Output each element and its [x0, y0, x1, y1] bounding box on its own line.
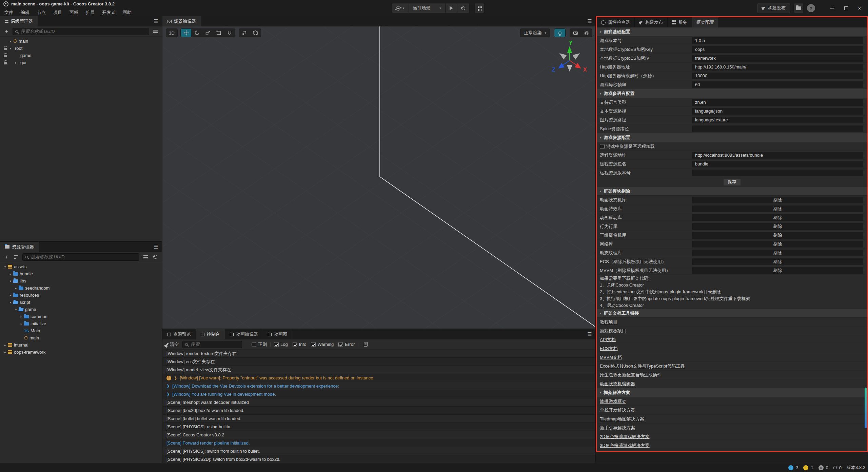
- close-button[interactable]: ×: [854, 3, 865, 13]
- chevron-right-icon[interactable]: ▸: [2, 343, 8, 347]
- filter-info-checkbox[interactable]: Info: [293, 342, 307, 347]
- log-row[interactable]: [Scene] [bullet]:bullet wasm lib loaded.: [162, 415, 595, 423]
- tab-属性检查器[interactable]: 属性检查器: [597, 17, 635, 27]
- chevron-right-icon[interactable]: ▸: [8, 294, 13, 297]
- hierarchy-filter-button[interactable]: [152, 28, 159, 35]
- log-row[interactable]: [Scene] meshopt wasm decoder initialized: [162, 398, 595, 407]
- assets-refresh-button[interactable]: [152, 253, 159, 261]
- chevron-down-icon[interactable]: ▾: [8, 40, 13, 43]
- trim-button[interactable]: 剔除: [692, 258, 863, 265]
- chevron-right-icon[interactable]: ▸: [19, 315, 24, 318]
- chevron-down-icon[interactable]: ▾: [2, 265, 8, 269]
- doc-link[interactable]: 动画状态机编辑器: [600, 381, 635, 387]
- field-input[interactable]: [692, 125, 863, 132]
- doc-link[interactable]: MVVM文档: [600, 354, 622, 360]
- move-tool-button[interactable]: [181, 29, 191, 37]
- chevron-right-icon[interactable]: ▸: [13, 287, 19, 290]
- console-clear-button[interactable]: 清空: [165, 341, 180, 348]
- scene-viewport[interactable]: Y X Z: [162, 26, 595, 329]
- field-input[interactable]: [692, 152, 863, 159]
- trim-button[interactable]: 剔除: [692, 267, 863, 274]
- log-row[interactable]: [Scene] [PHYSICS2D]: switch from box2d-w…: [162, 455, 595, 463]
- tab-资源预览[interactable]: 资源预览: [162, 329, 196, 339]
- tab-动画图[interactable]: 动画图: [263, 329, 292, 339]
- assets-filter-button[interactable]: [142, 253, 149, 261]
- bell-icon[interactable]: [833, 466, 837, 469]
- hierarchy-node[interactable]: ▾root: [0, 45, 162, 52]
- trim-button[interactable]: 剔除: [692, 250, 863, 256]
- menu-item[interactable]: 编辑: [17, 9, 33, 16]
- log-row[interactable]: ❯[Window] Download the Vue Devtools exte…: [162, 382, 595, 390]
- trim-button[interactable]: 剔除: [692, 241, 863, 248]
- trim-button[interactable]: 剔除: [692, 205, 863, 212]
- help-button[interactable]: ?: [807, 4, 815, 12]
- log-row[interactable]: [Window] ecs文件夹存在: [162, 358, 595, 366]
- scene-menu-button[interactable]: ☰: [584, 16, 595, 26]
- chevron-right-icon[interactable]: ❯: [166, 382, 170, 390]
- rect-tool-button[interactable]: [214, 29, 224, 37]
- doc-link[interactable]: 游戏模板项目: [600, 328, 626, 334]
- coordinate-toggle-button[interactable]: [250, 29, 260, 37]
- tab-scene-editor[interactable]: 场景编辑器: [162, 16, 201, 26]
- field-input[interactable]: [692, 55, 863, 62]
- doc-link[interactable]: Tiledmap地图解决方案: [600, 416, 644, 422]
- axis-gizmo[interactable]: Y X Z: [552, 40, 587, 73]
- doc-link[interactable]: 原生包热更新配置自动生成插件: [600, 372, 662, 378]
- scale-tool-button[interactable]: [203, 29, 213, 37]
- tab-服务[interactable]: 服务: [668, 17, 692, 27]
- preview-target-dropdown[interactable]: ▾: [392, 3, 409, 13]
- section-header[interactable]: ▾游戏多语言配置: [597, 89, 867, 98]
- asset-node[interactable]: ▾script: [0, 299, 162, 306]
- maximize-button[interactable]: [841, 3, 851, 13]
- create-node-button[interactable]: ＋: [3, 28, 10, 35]
- filter-error-checkbox[interactable]: Error: [338, 342, 355, 347]
- chevron-right-icon[interactable]: ▸: [19, 322, 24, 326]
- log-row[interactable]: [Scene] Cocos Creator v3.8.2: [162, 431, 595, 439]
- hierarchy-node[interactable]: ▸gui: [0, 59, 162, 66]
- chevron-right-icon[interactable]: ❯: [166, 390, 170, 398]
- field-input[interactable]: [692, 108, 863, 115]
- menu-item[interactable]: 节点: [33, 9, 50, 16]
- section-header[interactable]: ▾游戏资源配置: [597, 133, 867, 142]
- chevron-down-icon[interactable]: ▾: [8, 47, 13, 50]
- asset-node[interactable]: ▾assets: [0, 263, 162, 270]
- filter-log-checkbox[interactable]: Log: [274, 342, 288, 347]
- log-row[interactable]: [Scene] Forward render pipeline initiali…: [162, 439, 595, 447]
- log-row[interactable]: [Window] model_view文件夹存在: [162, 366, 595, 374]
- asset-node[interactable]: ▸common: [0, 313, 162, 320]
- asset-node[interactable]: ▸initialize: [0, 320, 162, 327]
- rotate-tool-button[interactable]: [192, 29, 202, 37]
- chevron-down-icon[interactable]: ▾: [13, 308, 19, 311]
- section-header[interactable]: ▾框架解决方案: [597, 388, 867, 397]
- menu-item[interactable]: 文件: [1, 9, 17, 16]
- hierarchy-node[interactable]: ▾main: [0, 38, 162, 45]
- section-header[interactable]: ▾框架文档工具链接: [597, 309, 867, 318]
- asset-node[interactable]: ▸seedrandom: [0, 284, 162, 292]
- section-header[interactable]: ▾框架模块剔除: [597, 187, 867, 196]
- menu-item[interactable]: 扩展: [82, 9, 98, 16]
- console-log-file-button[interactable]: [362, 341, 369, 348]
- doc-link[interactable]: API文档: [600, 337, 616, 343]
- doc-link[interactable]: 2D角色扮演游戏解决方案: [600, 434, 650, 440]
- create-asset-button[interactable]: ＋: [3, 253, 10, 261]
- transform-gizmo-button[interactable]: [224, 29, 235, 37]
- doc-link[interactable]: 全栈开发解决方案: [600, 407, 635, 413]
- log-row[interactable]: ❯[Window] You are running Vue in develop…: [162, 390, 595, 398]
- log-row[interactable]: [Scene] [box2d]:box2d wasm lib loaded.: [162, 407, 595, 415]
- tab-控制台[interactable]: 控制台: [196, 329, 225, 339]
- hierarchy-menu-button[interactable]: ☰: [150, 16, 162, 26]
- chevron-right-icon[interactable]: ❯: [174, 374, 177, 382]
- field-input[interactable]: [692, 81, 863, 88]
- chevron-down-icon[interactable]: ▾: [8, 279, 13, 283]
- asset-node[interactable]: ▸bundle: [0, 270, 162, 277]
- asset-node[interactable]: ▾game: [0, 306, 162, 313]
- asset-node[interactable]: TSMain: [0, 327, 162, 334]
- menu-item[interactable]: 面板: [66, 9, 82, 16]
- trim-button[interactable]: 剔除: [692, 232, 863, 239]
- console-menu-button[interactable]: ☰: [584, 329, 595, 339]
- field-input[interactable]: [692, 117, 863, 123]
- log-row[interactable]: [Window] render_texture文件夹存在: [162, 350, 595, 358]
- pivot-toggle-button[interactable]: [239, 29, 250, 37]
- console-log-list[interactable]: [Window] render_texture文件夹存在[Window] ecs…: [162, 350, 595, 463]
- doc-link[interactable]: 战棋游戏框架: [600, 398, 626, 405]
